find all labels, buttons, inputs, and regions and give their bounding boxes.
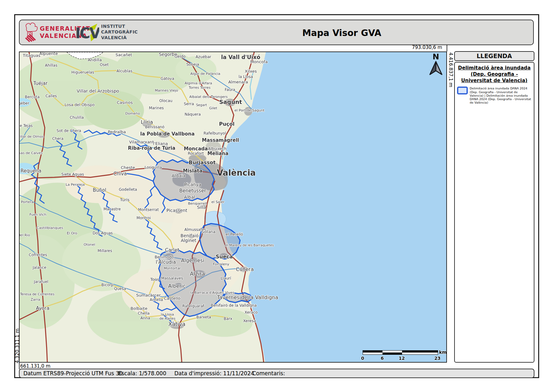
map-label: Benifairó de la Valldigna xyxy=(211,303,256,308)
legend-item: Delimitació àrea inundada DANA 2024 (Dep… xyxy=(457,87,532,104)
scale-bar-segment xyxy=(363,351,382,354)
legend-header: LLEGENDA xyxy=(454,51,534,61)
map-label: Marines Viejo xyxy=(155,88,178,93)
map-label: Chera xyxy=(52,136,63,141)
scale-bar-segment xyxy=(402,351,438,354)
map-label: Alcublas xyxy=(117,69,132,73)
map-label: Rafelbunyol xyxy=(204,131,226,136)
map-label: Requena xyxy=(21,168,41,174)
map-label: Albuixech xyxy=(208,147,226,151)
map-label: Zarra xyxy=(31,298,40,302)
map-label: Sot de Chera xyxy=(57,129,81,133)
map-label: Chulilla xyxy=(70,115,84,120)
map-label: La Peraleja xyxy=(66,183,85,187)
map-label: Chella xyxy=(138,311,149,316)
map-label: Serra xyxy=(184,102,194,106)
map-label: Macastre xyxy=(104,207,121,211)
map-label: del Río xyxy=(19,233,30,237)
icv-logo-icon: ICV xyxy=(75,23,99,43)
map-label: Moncada xyxy=(184,146,208,152)
map-label: Massamagrell xyxy=(202,137,239,143)
map-label: Benetússer xyxy=(179,188,206,194)
map-label: Godelleta xyxy=(119,187,137,192)
scale-bar-tick: 0 xyxy=(361,356,364,361)
icv-logo-line2: CARTOGRÀFIC xyxy=(101,29,138,35)
map-label: Puçol xyxy=(219,121,234,127)
map-label: Anna xyxy=(141,316,150,320)
map-label: Xàtiva xyxy=(168,321,185,327)
map-label: Benifaió xyxy=(181,233,199,238)
map-canvas[interactable]: TitaguasAlpuenteSacañetSegorbeGeldoAzuéb… xyxy=(19,51,447,363)
map-label: Benimodo xyxy=(155,255,174,259)
map-label: Rocafort xyxy=(188,151,204,156)
map-label: Sagunt xyxy=(219,99,242,105)
map-label: Gilet xyxy=(209,106,217,110)
map-label: Fortaleny xyxy=(213,262,229,266)
map-label: nagéber xyxy=(19,101,29,106)
map-label: Picassent xyxy=(166,208,187,213)
map-label: Tous xyxy=(150,277,160,282)
map-label: Xilxes xyxy=(245,69,257,74)
map-label: Oset xyxy=(100,63,109,67)
map-label: Turís xyxy=(120,197,129,202)
map-label: Tavernes de la Valldigna xyxy=(217,294,278,300)
scale-bar-segments xyxy=(363,350,438,355)
map-label: Torres Torres xyxy=(189,86,211,90)
map-label: Fuen Vich xyxy=(29,213,46,217)
map-label: Algemesí xyxy=(181,257,204,263)
map-label: Otonel xyxy=(84,243,95,247)
map-label: Bercuta xyxy=(25,95,40,99)
map-label: Casinos xyxy=(117,100,133,105)
map-label: Jarafuel xyxy=(34,280,48,284)
map-label: Rafelguaraf xyxy=(182,304,204,308)
map-label: Xeraco xyxy=(244,310,257,315)
footer-datum: Datum ETRS89-Projecció UTM Fus 30 xyxy=(23,370,123,377)
scale-bar-segment xyxy=(382,351,402,354)
map-label: Villar del Arzobispo xyxy=(77,88,119,93)
map-label: Azuébar xyxy=(196,55,211,59)
map-label: Andilla xyxy=(88,57,102,62)
map-label: Bicorp xyxy=(101,283,113,287)
map-label: Sollana xyxy=(202,230,215,234)
map-label: Barx xyxy=(224,317,232,321)
map-label: Aldaia xyxy=(172,173,185,178)
map-label: Gátova xyxy=(160,76,174,81)
scale-bar: km 061223 xyxy=(363,350,437,363)
map-label: Losa del Obispo xyxy=(65,103,95,107)
map-label: Siete Aguas xyxy=(61,172,84,177)
map-label: Llaurí xyxy=(220,276,231,280)
legend-panel: Delimitació àrea inundada (Dep. Geografi… xyxy=(454,62,534,363)
coordinate-bottom-left: 661.131,0 m xyxy=(20,363,51,369)
map-label: Olocau xyxy=(159,99,172,103)
coordinate-tick xyxy=(447,45,447,51)
map-label: Montroi xyxy=(136,216,151,220)
map-label: el Port de Sagunt xyxy=(235,108,265,112)
map-label: Ayora xyxy=(36,305,50,311)
coordinate-right-edge: 4.416.837,1 m xyxy=(448,52,454,125)
icv-logo-line3: VALENCIÀ xyxy=(101,35,138,41)
map-label: Segart xyxy=(196,103,207,107)
coordinate-top-right: 793.030,6 m xyxy=(19,45,442,50)
map-label: Loriguilla xyxy=(145,165,162,170)
map-label: Barxeta xyxy=(196,315,211,319)
page-title: Mapa Visor GVA xyxy=(302,28,381,38)
map-label: Algar de Palància xyxy=(190,72,220,76)
map-label: Casas de Calves xyxy=(19,151,43,155)
north-arrow-icon xyxy=(428,61,444,76)
map-label: La Portera xyxy=(19,200,33,204)
scale-bar-tick: 6 xyxy=(381,356,384,361)
map-label: Alginet xyxy=(181,238,196,243)
map-label: Carlet xyxy=(165,247,179,253)
map-label: la Llosa xyxy=(161,312,174,317)
map-label: Ahíllas xyxy=(45,63,57,68)
map-label: Vilamarxant xyxy=(129,140,154,144)
map-label: Albal xyxy=(184,195,195,200)
map-label: Massalavés xyxy=(161,276,183,280)
map-label: l'Alcúdia xyxy=(156,259,176,265)
svg-text:ICV: ICV xyxy=(75,25,99,42)
legend-group-title: Delimitació àrea inundada (Dep. Geografi… xyxy=(457,65,532,84)
map-label: Burjassot xyxy=(189,160,215,166)
map-label: Cheste xyxy=(121,165,135,170)
map-label: Sueca xyxy=(216,254,233,260)
map-label: Meliana xyxy=(208,151,228,156)
